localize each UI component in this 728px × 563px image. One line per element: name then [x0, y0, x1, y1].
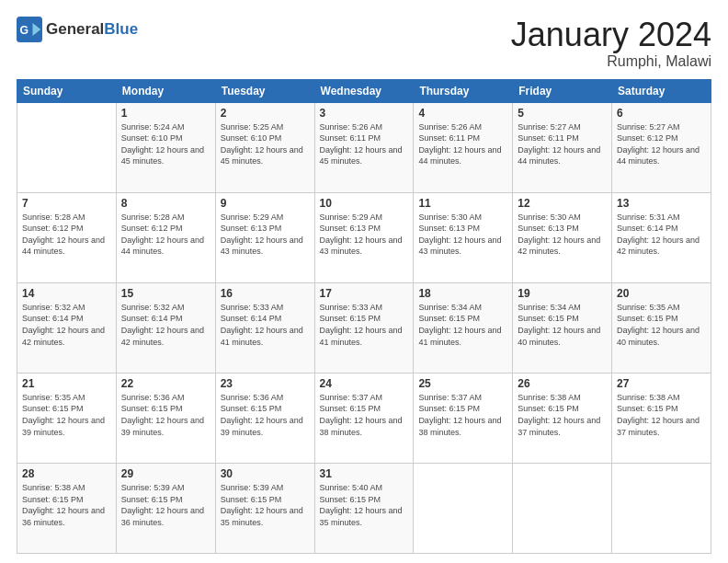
- col-thursday: Thursday: [414, 79, 513, 102]
- day-info: Sunrise: 5:35 AMSunset: 6:15 PMDaylight:…: [22, 393, 105, 437]
- week-row-4: 21 Sunrise: 5:35 AMSunset: 6:15 PMDaylig…: [17, 373, 711, 463]
- day-info: Sunrise: 5:32 AMSunset: 6:14 PMDaylight:…: [121, 303, 204, 347]
- col-saturday: Saturday: [612, 79, 711, 102]
- day-info: Sunrise: 5:30 AMSunset: 6:13 PMDaylight:…: [518, 213, 600, 257]
- day-cell: 3 Sunrise: 5:26 AMSunset: 6:11 PMDayligh…: [314, 102, 414, 192]
- day-info: Sunrise: 5:37 AMSunset: 6:15 PMDaylight:…: [320, 393, 403, 437]
- day-info: Sunrise: 5:38 AMSunset: 6:15 PMDaylight:…: [22, 483, 105, 527]
- day-info: Sunrise: 5:33 AMSunset: 6:14 PMDaylight:…: [221, 303, 303, 347]
- logo-text: GeneralBlue: [46, 20, 138, 39]
- day-cell: 4 Sunrise: 5:26 AMSunset: 6:11 PMDayligh…: [414, 102, 513, 192]
- day-number: 5: [518, 107, 607, 120]
- day-cell: 20 Sunrise: 5:35 AMSunset: 6:15 PMDaylig…: [612, 282, 711, 373]
- day-info: Sunrise: 5:28 AMSunset: 6:12 PMDaylight:…: [121, 213, 204, 257]
- day-info: Sunrise: 5:27 AMSunset: 6:12 PMDaylight:…: [617, 122, 700, 167]
- day-cell: 10 Sunrise: 5:29 AMSunset: 6:13 PMDaylig…: [314, 192, 414, 282]
- day-cell: 6 Sunrise: 5:27 AMSunset: 6:12 PMDayligh…: [612, 102, 711, 192]
- logo-icon: G: [17, 17, 42, 42]
- day-cell: 16 Sunrise: 5:33 AMSunset: 6:14 PMDaylig…: [215, 282, 314, 373]
- day-cell: 22 Sunrise: 5:36 AMSunset: 6:15 PMDaylig…: [116, 373, 215, 463]
- day-number: 10: [320, 197, 409, 210]
- day-cell: 17 Sunrise: 5:33 AMSunset: 6:15 PMDaylig…: [314, 282, 414, 373]
- day-number: 14: [22, 287, 111, 300]
- day-cell: 14 Sunrise: 5:32 AMSunset: 6:14 PMDaylig…: [17, 282, 117, 373]
- location: Rumphi, Malawi: [511, 53, 711, 70]
- day-number: 11: [418, 197, 507, 210]
- day-number: 25: [418, 377, 507, 390]
- day-cell: 7 Sunrise: 5:28 AMSunset: 6:12 PMDayligh…: [17, 192, 117, 282]
- day-info: Sunrise: 5:25 AMSunset: 6:10 PMDaylight:…: [221, 122, 303, 167]
- week-row-3: 14 Sunrise: 5:32 AMSunset: 6:14 PMDaylig…: [17, 282, 711, 373]
- day-info: Sunrise: 5:33 AMSunset: 6:15 PMDaylight:…: [320, 303, 403, 347]
- day-number: 30: [221, 467, 310, 480]
- logo: G GeneralBlue: [17, 17, 138, 42]
- day-number: 9: [221, 197, 310, 210]
- day-info: Sunrise: 5:29 AMSunset: 6:13 PMDaylight:…: [320, 213, 403, 257]
- svg-text:G: G: [20, 24, 29, 37]
- day-number: 1: [121, 107, 210, 120]
- day-cell: 28 Sunrise: 5:38 AMSunset: 6:15 PMDaylig…: [17, 463, 117, 553]
- day-info: Sunrise: 5:38 AMSunset: 6:15 PMDaylight:…: [518, 393, 600, 437]
- day-info: Sunrise: 5:26 AMSunset: 6:11 PMDaylight:…: [418, 122, 501, 167]
- day-number: 21: [22, 377, 111, 390]
- col-tuesday: Tuesday: [215, 79, 314, 102]
- day-number: 13: [617, 197, 706, 210]
- calendar-page: G GeneralBlue January 2024 Rumphi, Malaw…: [0, 0, 728, 563]
- day-number: 22: [121, 377, 210, 390]
- header: G GeneralBlue January 2024 Rumphi, Malaw…: [17, 17, 711, 70]
- day-cell: 15 Sunrise: 5:32 AMSunset: 6:14 PMDaylig…: [116, 282, 215, 373]
- logo-blue: Blue: [104, 20, 138, 38]
- day-info: Sunrise: 5:39 AMSunset: 6:15 PMDaylight:…: [121, 483, 204, 527]
- day-cell: [513, 463, 612, 553]
- day-info: Sunrise: 5:31 AMSunset: 6:14 PMDaylight:…: [617, 213, 700, 257]
- day-number: 20: [617, 287, 706, 300]
- day-cell: 19 Sunrise: 5:34 AMSunset: 6:15 PMDaylig…: [513, 282, 612, 373]
- day-info: Sunrise: 5:29 AMSunset: 6:13 PMDaylight:…: [221, 213, 303, 257]
- day-cell: 27 Sunrise: 5:38 AMSunset: 6:15 PMDaylig…: [612, 373, 711, 463]
- day-cell: 31 Sunrise: 5:40 AMSunset: 6:15 PMDaylig…: [314, 463, 414, 553]
- col-friday: Friday: [513, 79, 612, 102]
- day-number: 29: [121, 467, 210, 480]
- day-number: 27: [617, 377, 706, 390]
- day-info: Sunrise: 5:40 AMSunset: 6:15 PMDaylight:…: [320, 483, 403, 527]
- col-wednesday: Wednesday: [314, 79, 414, 102]
- day-cell: 9 Sunrise: 5:29 AMSunset: 6:13 PMDayligh…: [215, 192, 314, 282]
- day-info: Sunrise: 5:27 AMSunset: 6:11 PMDaylight:…: [518, 122, 600, 167]
- day-number: 15: [121, 287, 210, 300]
- day-number: 31: [320, 467, 409, 480]
- month-title: January 2024: [511, 17, 711, 53]
- day-cell: 30 Sunrise: 5:39 AMSunset: 6:15 PMDaylig…: [215, 463, 314, 553]
- day-info: Sunrise: 5:38 AMSunset: 6:15 PMDaylight:…: [617, 393, 700, 437]
- day-info: Sunrise: 5:24 AMSunset: 6:10 PMDaylight:…: [121, 122, 204, 167]
- header-row: Sunday Monday Tuesday Wednesday Thursday…: [17, 79, 711, 102]
- day-number: 8: [121, 197, 210, 210]
- day-info: Sunrise: 5:34 AMSunset: 6:15 PMDaylight:…: [418, 303, 501, 347]
- day-info: Sunrise: 5:26 AMSunset: 6:11 PMDaylight:…: [320, 122, 403, 167]
- calendar-table: Sunday Monday Tuesday Wednesday Thursday…: [17, 79, 711, 554]
- day-info: Sunrise: 5:32 AMSunset: 6:14 PMDaylight:…: [22, 303, 105, 347]
- day-cell: 13 Sunrise: 5:31 AMSunset: 6:14 PMDaylig…: [612, 192, 711, 282]
- day-cell: 18 Sunrise: 5:34 AMSunset: 6:15 PMDaylig…: [414, 282, 513, 373]
- day-number: 19: [518, 287, 607, 300]
- day-number: 3: [320, 107, 409, 120]
- day-cell: 25 Sunrise: 5:37 AMSunset: 6:15 PMDaylig…: [414, 373, 513, 463]
- day-cell: 21 Sunrise: 5:35 AMSunset: 6:15 PMDaylig…: [17, 373, 117, 463]
- day-cell: 23 Sunrise: 5:36 AMSunset: 6:15 PMDaylig…: [215, 373, 314, 463]
- day-cell: [414, 463, 513, 553]
- day-number: 23: [221, 377, 310, 390]
- day-info: Sunrise: 5:39 AMSunset: 6:15 PMDaylight:…: [221, 483, 303, 527]
- logo-general: General: [46, 20, 104, 38]
- day-number: 26: [518, 377, 607, 390]
- day-cell: 8 Sunrise: 5:28 AMSunset: 6:12 PMDayligh…: [116, 192, 215, 282]
- col-monday: Monday: [116, 79, 215, 102]
- day-info: Sunrise: 5:36 AMSunset: 6:15 PMDaylight:…: [121, 393, 204, 437]
- day-info: Sunrise: 5:36 AMSunset: 6:15 PMDaylight:…: [221, 393, 303, 437]
- day-number: 16: [221, 287, 310, 300]
- day-cell: 29 Sunrise: 5:39 AMSunset: 6:15 PMDaylig…: [116, 463, 215, 553]
- day-info: Sunrise: 5:35 AMSunset: 6:15 PMDaylight:…: [617, 303, 700, 347]
- day-number: 17: [320, 287, 409, 300]
- day-cell: 11 Sunrise: 5:30 AMSunset: 6:13 PMDaylig…: [414, 192, 513, 282]
- day-info: Sunrise: 5:34 AMSunset: 6:15 PMDaylight:…: [518, 303, 600, 347]
- day-number: 18: [418, 287, 507, 300]
- day-info: Sunrise: 5:37 AMSunset: 6:15 PMDaylight:…: [418, 393, 501, 437]
